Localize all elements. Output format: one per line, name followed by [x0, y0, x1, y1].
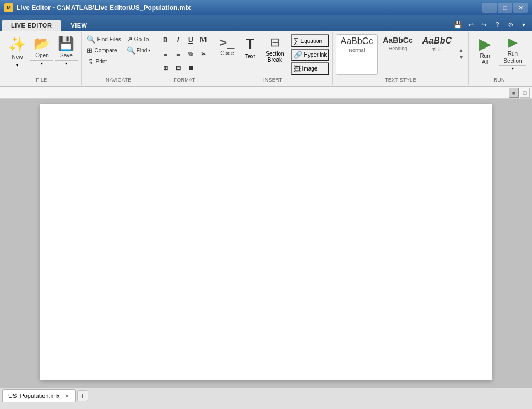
equation-button[interactable]: ∑ Equation [291, 34, 330, 47]
hyperlink-button[interactable]: 🔗 Hyperlink [291, 49, 330, 61]
style-more-down-icon: ▾ [460, 54, 463, 60]
run-group-content: ▶ Run All ▶ Run Section ▾ [471, 33, 528, 76]
open-arrow-button[interactable]: ▾ [30, 60, 53, 67]
qa-redo[interactable]: ↪ [478, 19, 490, 31]
save-main-button[interactable]: 💾 Save [55, 34, 78, 60]
group-run: ▶ Run All ▶ Run Section ▾ RUN [469, 32, 530, 85]
text-style-group-content: AaBbCc Normal AaBbCc Heading AaBbC Title… [335, 33, 467, 76]
run-section-split: ▶ Run Section ▾ [499, 34, 526, 72]
app-icon: M [4, 3, 13, 12]
file-group-label: FILE [4, 76, 79, 84]
format-col1: B I U M ≡ ≡ % ✂ ⊞ ⊟ ≣ [159, 34, 209, 74]
find-icon: 🔍 [127, 46, 135, 55]
find-button[interactable]: 🔍 Find ▾ [124, 45, 153, 56]
style-title-button[interactable]: AaBbC Title [418, 34, 456, 75]
quick-access-toolbar: 💾 ↩ ↪ ? ⚙ ▾ [452, 19, 530, 31]
insert-group-content: >_ Code T Text ⊟ SectionBreak ∑ Equation [215, 33, 330, 76]
save-arrow-button[interactable]: ▾ [55, 60, 78, 67]
run-all-button[interactable]: ▶ Run All [472, 34, 498, 67]
text-button[interactable]: T Text [239, 34, 261, 61]
navigate-group-label: NAVIGATE [84, 76, 154, 84]
run-section-arrow-button[interactable]: ▾ [499, 65, 526, 72]
status-bar [0, 403, 532, 409]
split-view-button[interactable]: ■ [509, 88, 519, 98]
style-buttons-row: AaBbCc Normal AaBbCc Heading AaBbC Title… [336, 34, 466, 75]
tab-bar: US_Population.mlx ✕ + [0, 388, 532, 403]
format-group-label: FORMAT [159, 76, 210, 84]
format-btn7[interactable]: ≣ [184, 62, 197, 74]
qa-down[interactable]: ▾ [518, 19, 530, 31]
add-tab-button[interactable]: + [77, 390, 88, 401]
ribbon-toolbar: ✨ New ▾ 📂 Open ▾ 💾 Save ▾ [0, 31, 532, 87]
group-insert: >_ Code T Text ⊟ SectionBreak ∑ Equation [213, 32, 333, 85]
tab-us-population[interactable]: US_Population.mlx ✕ [2, 389, 76, 402]
save-button: 💾 Save ▾ [55, 34, 78, 67]
qa-undo[interactable]: ↩ [465, 19, 477, 31]
find-files-icon: 🔍 [86, 35, 95, 44]
editor-area[interactable] [0, 99, 532, 388]
italic-button[interactable]: I [172, 34, 184, 46]
style-more-icon: ▲ [458, 47, 464, 53]
align-left-button[interactable]: ≡ [159, 48, 171, 60]
title-bar-controls: ─ □ ✕ [482, 3, 528, 13]
new-arrow-button[interactable]: ▾ [5, 62, 29, 68]
align-center-button[interactable]: ≡ [172, 48, 184, 60]
section-break-button[interactable]: ⊟ SectionBreak [262, 34, 287, 64]
group-navigate: 🔍 Find Files ⊞ Compare 🖨 Print ↗ Go To [82, 32, 156, 85]
cut-button[interactable]: ✂ [197, 48, 209, 60]
open-main-button[interactable]: 📂 Open [30, 34, 53, 60]
format-btn5[interactable]: ⊞ [159, 62, 171, 74]
maximize-button[interactable]: □ [498, 3, 512, 13]
minimize-button[interactable]: ─ [482, 3, 497, 13]
image-icon: 🖼 [294, 64, 301, 73]
navigate-col1: 🔍 Find Files ⊞ Compare 🖨 Print [84, 34, 123, 67]
single-view-button[interactable]: □ [520, 88, 530, 98]
compare-button[interactable]: ⊞ Compare [84, 45, 123, 56]
run-group-label: RUN [471, 76, 528, 84]
hyperlink-icon: 🔗 [294, 51, 302, 59]
group-text-style: AaBbCc Normal AaBbCc Heading AaBbC Title… [333, 32, 469, 85]
equation-icon: ∑ [294, 36, 299, 45]
tab-live-editor[interactable]: LIVE EDITOR [2, 20, 61, 31]
window-title: Live Editor - C:\MATLAB\Live Editor\US_P… [17, 4, 191, 12]
format-group-content: B I U M ≡ ≡ % ✂ ⊞ ⊟ ≣ [158, 33, 210, 76]
insert-group-label: INSERT [215, 76, 330, 84]
qa-save[interactable]: 💾 [452, 19, 464, 31]
strikethrough-button[interactable]: M [197, 34, 209, 46]
tab-view[interactable]: VIEW [62, 20, 96, 31]
image-button[interactable]: 🖼 Image [291, 62, 330, 75]
editor-container: ■ □ [0, 87, 532, 388]
editor-page [40, 104, 492, 380]
insert-right-col: ∑ Equation 🔗 Hyperlink 🖼 Image [291, 34, 330, 75]
format-btn6[interactable]: ⊟ [172, 62, 184, 74]
bold-button[interactable]: B [159, 34, 171, 46]
file-group-content: ✨ New ▾ 📂 Open ▾ 💾 Save ▾ [4, 33, 79, 76]
go-to-button[interactable]: ↗ Go To [124, 34, 153, 45]
print-button[interactable]: 🖨 Print [84, 56, 123, 67]
new-main-button[interactable]: ✨ New [5, 34, 29, 62]
group-format: B I U M ≡ ≡ % ✂ ⊞ ⊟ ≣ FORMAT [156, 32, 213, 85]
title-bar: M Live Editor - C:\MATLAB\Live Editor\US… [0, 0, 532, 15]
run-section-icon: ▶ [508, 35, 518, 50]
style-normal-button[interactable]: AaBbCc Normal [336, 34, 378, 75]
code-button[interactable]: >_ Code [216, 34, 238, 57]
tab-close-button[interactable]: ✕ [63, 392, 70, 400]
run-section-main[interactable]: ▶ Run Section [500, 34, 525, 65]
ribbon-tabs: LIVE EDITOR VIEW 💾 ↩ ↪ ? ⚙ ▾ [0, 15, 532, 31]
close-button[interactable]: ✕ [513, 3, 528, 13]
style-heading-button[interactable]: AaBbCc Heading [378, 34, 417, 75]
qa-settings[interactable]: ⚙ [504, 19, 517, 31]
run-all-icon: ▶ [479, 36, 491, 52]
underline-button[interactable]: U [184, 34, 197, 46]
qa-help[interactable]: ? [491, 19, 503, 31]
tab-label: US_Population.mlx [8, 392, 60, 399]
text-style-group-label: TEXT STYLE [335, 76, 466, 84]
percent-button[interactable]: % [184, 48, 197, 60]
find-files-button[interactable]: 🔍 Find Files [84, 34, 123, 45]
editor-view-toolbar: ■ □ [0, 87, 532, 99]
go-to-icon: ↗ [127, 35, 133, 44]
title-bar-left: M Live Editor - C:\MATLAB\Live Editor\US… [4, 3, 191, 12]
open-button: 📂 Open ▾ [30, 34, 53, 67]
compare-icon: ⊞ [86, 46, 93, 55]
style-more-button[interactable]: ▲ ▾ [457, 34, 465, 73]
